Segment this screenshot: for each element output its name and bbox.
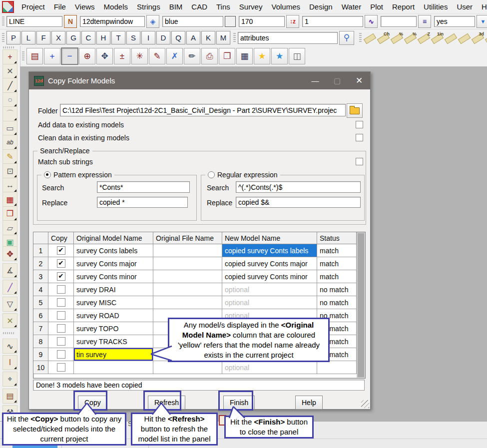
copy-checkbox[interactable]: ✔ bbox=[57, 246, 65, 255]
menu-utilities[interactable]: Utilities bbox=[419, 2, 452, 11]
menu-water[interactable]: Water bbox=[337, 2, 366, 11]
add-view-icon[interactable]: + bbox=[44, 48, 60, 64]
toolbar-grip[interactable] bbox=[359, 33, 362, 43]
menu-plot[interactable]: Plot bbox=[366, 2, 388, 11]
pattern-replace-input[interactable] bbox=[97, 197, 188, 208]
measure-xfall-icon[interactable] bbox=[458, 31, 471, 44]
original-model-name-cell[interactable]: survey TOPO bbox=[74, 322, 153, 335]
row-number[interactable]: 6 bbox=[33, 309, 48, 322]
new-model-name-cell[interactable]: optional bbox=[222, 283, 317, 296]
create-arc-icon[interactable]: ⌒ bbox=[2, 106, 17, 121]
menu-project[interactable]: Project bbox=[17, 2, 49, 11]
app-logo-icon[interactable] bbox=[2, 1, 14, 13]
snap-button-k[interactable]: K bbox=[201, 31, 215, 44]
table-row[interactable]: 3✔survey Conts minorcopied survey Conts … bbox=[33, 270, 357, 283]
original-model-name-cell[interactable]: survey TRACKS bbox=[74, 335, 153, 348]
surveyor-tool-icon[interactable]: ⌖ bbox=[2, 372, 17, 387]
pattern-search-input[interactable] bbox=[97, 181, 190, 193]
menu-strings[interactable]: Strings bbox=[132, 2, 165, 11]
row-number[interactable]: 8 bbox=[33, 335, 48, 348]
copy-checkbox[interactable] bbox=[57, 324, 65, 333]
snap-button-s[interactable]: S bbox=[126, 31, 140, 44]
original-model-name-cell[interactable]: tin survey bbox=[74, 348, 153, 361]
edit-text-icon[interactable]: ab bbox=[2, 135, 17, 150]
table-row[interactable]: 4survey DRAIoptionalno match bbox=[33, 283, 357, 296]
new-model-name-cell[interactable]: copied survey Conts labels bbox=[222, 244, 317, 257]
pan-icon[interactable]: ✥ bbox=[96, 48, 113, 64]
duplicate-icon[interactable]: ❐ bbox=[2, 206, 17, 221]
row-number[interactable]: 4 bbox=[33, 283, 48, 296]
table-row[interactable]: 1✔survey Conts labelscopied survey Conts… bbox=[33, 244, 357, 257]
colour-input[interactable] bbox=[162, 16, 223, 27]
row-number[interactable]: 3 bbox=[33, 270, 48, 283]
copy-checkbox[interactable]: ✔ bbox=[57, 259, 65, 268]
clean-data-checkbox[interactable] bbox=[356, 134, 363, 141]
menu-cad[interactable]: CAD bbox=[187, 2, 212, 11]
weight-input[interactable] bbox=[239, 16, 285, 27]
save-view-icon[interactable]: ▤ bbox=[26, 48, 43, 64]
colour-line-icon[interactable]: ╱ bbox=[2, 280, 17, 295]
text-box-icon[interactable]: I bbox=[2, 355, 17, 370]
name-toggle-button[interactable]: N bbox=[64, 15, 77, 28]
snap-button-h[interactable]: H bbox=[96, 31, 110, 44]
original-file-name-cell[interactable] bbox=[153, 296, 222, 309]
table-scrollbar[interactable] bbox=[357, 232, 365, 378]
grid-create-icon[interactable]: ▦ bbox=[2, 192, 17, 207]
original-model-name-cell[interactable]: survey MISC bbox=[74, 296, 153, 309]
paste-point-icon[interactable]: ⊡ bbox=[2, 163, 17, 178]
copy-checkbox[interactable]: ✔ bbox=[57, 272, 65, 281]
measure-grade-2pt-icon[interactable]: % bbox=[391, 31, 403, 44]
regular-search-input[interactable] bbox=[236, 181, 361, 193]
snap-button-i[interactable]: I bbox=[141, 31, 155, 44]
regular-replace-input[interactable] bbox=[236, 197, 361, 208]
menu-views[interactable]: Views bbox=[70, 2, 99, 11]
zoom-pick-icon[interactable]: ✎ bbox=[149, 48, 165, 64]
menu-bim[interactable]: BIM bbox=[165, 2, 187, 11]
original-model-name-cell[interactable]: survey ROAD bbox=[74, 309, 153, 322]
sort-z-icon[interactable]: ↕z bbox=[286, 15, 299, 28]
freehand-draw-icon[interactable]: ∿ bbox=[2, 339, 17, 354]
menu-tins[interactable]: Tins bbox=[212, 2, 235, 11]
toolbar-grip[interactable] bbox=[2, 33, 4, 43]
minimize-button[interactable]: — bbox=[304, 72, 326, 89]
toolbar-grip[interactable] bbox=[233, 33, 236, 43]
new-model-name-cell[interactable]: optional bbox=[222, 361, 317, 374]
new-model-name-cell[interactable]: copied survey Conts major bbox=[222, 257, 317, 270]
dropdown-icon[interactable]: ▼ bbox=[477, 15, 487, 28]
plot-print-icon[interactable]: ⎙ bbox=[201, 48, 218, 64]
original-model-name-cell[interactable] bbox=[74, 361, 153, 374]
new-model-name-cell[interactable]: copied survey Conts minor bbox=[222, 270, 317, 283]
original-model-name-cell[interactable]: survey Conts major bbox=[74, 257, 153, 270]
snap-button-t[interactable]: T bbox=[111, 31, 125, 44]
menu-report[interactable]: Report bbox=[388, 2, 419, 11]
table-row[interactable]: 5survey MISCoptionalno match bbox=[33, 296, 357, 309]
menu-file[interactable]: File bbox=[49, 2, 70, 11]
snap-button-g[interactable]: G bbox=[66, 31, 80, 44]
snap-button-x[interactable]: X bbox=[51, 31, 65, 44]
cad-type-input[interactable] bbox=[6, 16, 62, 27]
menu-volumes[interactable]: Volumes bbox=[267, 2, 305, 11]
original-model-name-cell[interactable]: survey Conts minor bbox=[74, 270, 153, 283]
snap-cross-icon[interactable]: ✕ bbox=[2, 64, 17, 79]
zoom-all-icon[interactable]: ✳ bbox=[131, 48, 148, 64]
snap-button-p[interactable]: P bbox=[6, 31, 20, 44]
original-file-name-cell[interactable] bbox=[153, 257, 222, 270]
edit-symbol-icon[interactable]: ✎ bbox=[2, 149, 17, 164]
notes-edit-icon[interactable]: ▤ bbox=[2, 389, 17, 404]
new-model-name-cell[interactable]: optional bbox=[222, 296, 317, 309]
measure-percent-icon[interactable]: % bbox=[404, 31, 417, 44]
lines-icon[interactable]: ≡ bbox=[418, 15, 431, 28]
close-button[interactable]: ✕ bbox=[348, 72, 370, 89]
window-layout-icon[interactable]: ◫ bbox=[289, 48, 305, 64]
toolbar-grip[interactable] bbox=[22, 51, 24, 61]
copy-checkbox[interactable] bbox=[57, 337, 65, 346]
snap-button-m[interactable]: M bbox=[216, 31, 230, 44]
measure-chainage-icon[interactable]: Ch bbox=[377, 31, 390, 44]
layers-icon[interactable]: ◈ bbox=[146, 15, 159, 28]
toolbar-grip[interactable] bbox=[3, 46, 15, 48]
zigzag-icon[interactable]: ∿ bbox=[365, 15, 378, 28]
toolbar-grip[interactable] bbox=[2, 16, 4, 26]
browse-folder-button[interactable] bbox=[347, 103, 363, 118]
copy-checkbox[interactable] bbox=[57, 363, 65, 372]
snap-point-icon[interactable]: + bbox=[2, 49, 17, 64]
